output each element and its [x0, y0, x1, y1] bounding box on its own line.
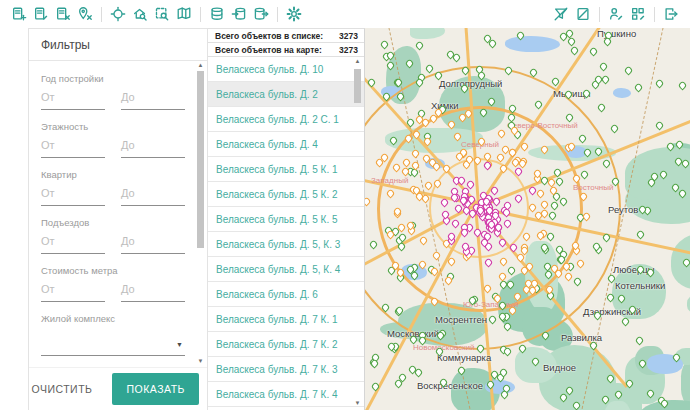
map-marker[interactable] — [379, 40, 389, 50]
counter-label: Всего объектов в списке: — [215, 31, 323, 41]
scroll-up-icon[interactable]: ▲ — [352, 57, 363, 66]
map-marker[interactable] — [677, 80, 687, 90]
toolbar-separator — [599, 7, 600, 22]
map-marker[interactable] — [609, 123, 619, 133]
delete-object-icon[interactable] — [52, 3, 74, 25]
settings-icon[interactable] — [283, 3, 305, 25]
database-export-icon[interactable] — [250, 3, 272, 25]
map-water-area — [505, 36, 560, 52]
list-item[interactable]: Веласкеса бульв. Д. 2 С. 1 — [208, 107, 364, 132]
map-marker[interactable] — [503, 347, 513, 357]
filter-3-to-input[interactable]: До — [121, 233, 185, 254]
add-object-icon[interactable] — [8, 3, 30, 25]
counter-value: 3273 — [339, 45, 358, 55]
map-district-label: Восточный — [573, 183, 613, 192]
list-scrollbar[interactable]: ▲ ▼ — [352, 57, 363, 408]
filters-scrollbar[interactable]: ▲ ▼ — [195, 61, 206, 366]
scroll-up-icon[interactable]: ▲ — [195, 61, 206, 70]
filter-field: Жилой комплекс▼ — [41, 313, 185, 356]
remove-pin-icon[interactable] — [74, 3, 96, 25]
filters-title: Фильтры — [29, 29, 207, 61]
toolbar-separator — [277, 7, 278, 22]
map-marker[interactable] — [634, 82, 644, 92]
locate-icon[interactable] — [107, 3, 129, 25]
filter-field-label: Жилой комплекс — [41, 313, 185, 324]
search-address-icon[interactable] — [129, 3, 151, 25]
map-town-label: Долгопрудный — [439, 78, 502, 89]
map-marker[interactable] — [655, 79, 665, 89]
toolbar-separator — [101, 7, 102, 22]
map[interactable]: ПушкиноДолгопрудныйХимкиМытищиРеутовЛюбе… — [365, 28, 690, 410]
toolbar-left-group — [8, 3, 305, 25]
scroll-down-icon[interactable]: ▼ — [195, 357, 206, 366]
filter-4-to-input[interactable]: До — [121, 281, 185, 302]
list-item[interactable]: Веласкеса бульв. Д. 7 К. 4 — [208, 382, 364, 407]
filter-field-label: Этажность — [41, 121, 185, 132]
map-marker[interactable] — [589, 47, 599, 57]
filter-4-from-input[interactable]: От — [41, 281, 105, 302]
scrollbar-thumb[interactable] — [197, 71, 204, 248]
map-marker[interactable] — [623, 66, 633, 76]
map-marker[interactable] — [566, 36, 576, 46]
filter-0-to-input[interactable]: До — [121, 89, 185, 110]
list-item[interactable]: Веласкеса бульв. Д. 5 К. 1 — [208, 157, 364, 182]
filters-panel: Фильтры Год постройкиОтДоЭтажностьОтДоКв… — [28, 28, 208, 410]
list-item[interactable]: Веласкеса бульв. Д. 7 К. 2 — [208, 332, 364, 357]
list-item[interactable]: Веласкеса бульв. Д. 4 — [208, 132, 364, 157]
database-import-icon[interactable] — [228, 3, 250, 25]
map-water-area — [613, 88, 631, 98]
filter-field: КвартирОтДо — [41, 169, 185, 206]
list-item[interactable]: Веласкеса бульв. Д. 5 К. 2 — [208, 182, 364, 207]
map-marker[interactable] — [597, 102, 607, 112]
list-item[interactable]: Веласкеса бульв. Д. 2 — [208, 82, 364, 107]
filter-5-select[interactable]: ▼ — [41, 329, 185, 356]
list-item[interactable]: Веласкеса бульв. Д. 5 К. 5 — [208, 207, 364, 232]
toolbar-separator — [654, 7, 655, 22]
edit-object-icon[interactable] — [30, 3, 52, 25]
clear-filter-icon[interactable] — [550, 3, 572, 25]
list-item[interactable]: Веласкеса бульв. Д. 5, К. 3 — [208, 232, 364, 257]
filter-2-from-input[interactable]: От — [41, 185, 105, 206]
map-marker[interactable] — [635, 230, 645, 240]
search-area-icon[interactable] — [151, 3, 173, 25]
map-town-label: Мосрентген — [435, 314, 487, 325]
database-icon[interactable] — [206, 3, 228, 25]
map-marker[interactable] — [598, 62, 608, 72]
map-marker[interactable] — [415, 41, 425, 51]
filter-3-from-input[interactable]: От — [41, 233, 105, 254]
edit-layout-icon[interactable] — [627, 3, 649, 25]
list-item[interactable]: Веласкеса бульв. Д. 10 — [208, 57, 364, 82]
clear-filters-button[interactable]: ОЧИСТИТЬ — [19, 375, 104, 403]
list-item[interactable]: Веласкеса бульв. Д. 7 К. 1 — [208, 307, 364, 332]
logout-icon[interactable] — [660, 3, 682, 25]
show-results-button[interactable]: ПОКАЗАТЬ — [112, 373, 199, 405]
scroll-down-icon[interactable]: ▼ — [352, 399, 363, 408]
edit-user-icon[interactable] — [605, 3, 627, 25]
list-item[interactable]: Веласкеса бульв. Д. 6 — [208, 282, 364, 307]
map-green-area — [410, 28, 446, 39]
map-marker[interactable] — [635, 335, 645, 345]
map-district-label: Западный — [371, 176, 408, 185]
filters-body: Год постройкиОтДоЭтажностьОтДоКвартирОтД… — [29, 61, 207, 367]
map-town-label: Реутов — [608, 204, 638, 215]
filter-0-from-input[interactable]: От — [41, 89, 105, 110]
map-town-label: Воскресенское — [417, 380, 483, 391]
list-item[interactable]: Веласкеса бульв. Д. 5, К. 4 — [208, 257, 364, 282]
scrollbar-thumb[interactable] — [354, 69, 361, 103]
filter-field: ЭтажностьОтДо — [41, 121, 185, 158]
clear-selection-icon[interactable] — [572, 3, 594, 25]
filter-1-from-input[interactable]: От — [41, 137, 105, 158]
objects-list: Веласкеса бульв. Д. 10Веласкеса бульв. Д… — [208, 57, 364, 410]
map-atlas-icon[interactable] — [173, 3, 195, 25]
counter-label: Всего объектов на карте: — [215, 45, 322, 55]
filter-1-to-input[interactable]: До — [121, 137, 185, 158]
filter-field-label: Подъездов — [41, 217, 185, 228]
map-marker[interactable] — [600, 74, 610, 84]
map-town-label: Развилка — [561, 332, 602, 343]
map-town-label: Коммунарка — [437, 352, 491, 363]
filter-field-label: Квартир — [41, 169, 185, 180]
filter-2-to-input[interactable]: До — [121, 185, 185, 206]
list-item[interactable]: Веласкеса бульв. Д. 7 К. 3 — [208, 357, 364, 382]
map-marker[interactable] — [655, 120, 665, 130]
app-window: Фильтры Год постройкиОтДоЭтажностьОтДоКв… — [0, 0, 690, 410]
